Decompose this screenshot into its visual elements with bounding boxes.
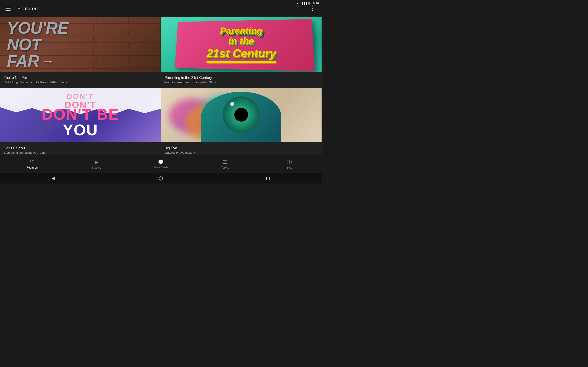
card-parenting[interactable]: Parenting in the 21st Century Parenting … bbox=[161, 17, 321, 88]
eye-highlight bbox=[230, 102, 234, 106]
card-4-title: Big Eye bbox=[164, 146, 318, 150]
you-main-text: YOU bbox=[63, 122, 98, 138]
info-icon: ⓘ bbox=[287, 159, 292, 166]
graffiti-arrow: → bbox=[40, 54, 54, 68]
app-title: Featured bbox=[17, 6, 308, 12]
hamburger-line-3 bbox=[6, 10, 10, 10]
featured-icon: ♡ bbox=[30, 159, 35, 165]
recent-icon bbox=[266, 177, 270, 180]
graffiti-line-3: FAR → bbox=[7, 53, 54, 69]
content-grid: YOU'RE NOT FAR → You're Not Far Rethinki… bbox=[0, 17, 321, 158]
dont-be-main-text: DON'T BE bbox=[42, 106, 119, 122]
studies-label: Studies bbox=[92, 166, 101, 169]
app-bar: Featured bbox=[0, 0, 321, 17]
parenting-text-line2: in the bbox=[207, 36, 276, 47]
recent-apps-button[interactable] bbox=[263, 174, 273, 183]
nav-item-studies[interactable]: ▶ Studies bbox=[83, 157, 110, 171]
card-2-title: Parenting in the 21st Century bbox=[164, 76, 318, 80]
dont-be-bg: DON'T DON'T DON'T BE YOU bbox=[0, 88, 161, 142]
graffiti-line-1: YOU'RE bbox=[7, 20, 68, 36]
menu-button[interactable] bbox=[4, 4, 14, 14]
card-youre-not-far[interactable]: YOU'RE NOT FAR → You're Not Far Rethinki… bbox=[0, 17, 161, 88]
dont-text-small: DON'T bbox=[67, 92, 94, 101]
parenting-text-line3: 21st Century bbox=[207, 47, 276, 60]
card-3-subtitle: Stop being something you're not bbox=[4, 151, 157, 154]
nav-item-info[interactable]: ⓘ Info bbox=[276, 157, 303, 172]
eye-shape bbox=[201, 92, 281, 142]
status-bar: ▾▾ ▐▐▐ ▮ 10:26 bbox=[297, 0, 321, 6]
studies-icon: ▶ bbox=[95, 159, 99, 165]
topics-label: Topics bbox=[221, 166, 229, 169]
featured-label: Featured bbox=[27, 166, 38, 169]
story-cards-icon: 💬 bbox=[158, 159, 164, 165]
home-button[interactable] bbox=[156, 174, 165, 183]
card-4-image bbox=[161, 88, 321, 142]
dot-1 bbox=[312, 6, 313, 7]
parenting-title-block: Parenting in the 21st Century bbox=[207, 26, 276, 63]
info-label: Info bbox=[287, 167, 292, 170]
story-cards-label: Story Cards bbox=[153, 166, 168, 169]
bottom-navigation: ♡ Featured ▶ Studies 💬 Story Cards ☰ Top… bbox=[0, 155, 321, 173]
parenting-underline bbox=[207, 61, 276, 63]
back-button[interactable] bbox=[49, 174, 58, 183]
back-icon bbox=[52, 176, 55, 181]
topics-icon: ☰ bbox=[223, 159, 227, 165]
card-2-image: Parenting in the 21st Century bbox=[161, 17, 321, 72]
card-2-subtitle: Want to raise great kids? • 4-Part Study bbox=[164, 81, 318, 84]
eye-outer bbox=[201, 92, 281, 142]
card-1-info: You're Not Far Rethinking Religion and I… bbox=[0, 72, 161, 88]
graffiti-overlay: YOU'RE NOT FAR → bbox=[0, 17, 161, 72]
eye-pupil bbox=[234, 108, 248, 122]
hamburger-line-1 bbox=[6, 7, 10, 7]
time-display: 10:26 bbox=[311, 2, 319, 5]
graffiti-far-text: FAR bbox=[7, 53, 39, 69]
card-eye-artwork[interactable]: Big Eye Watercolor eye artwork bbox=[161, 88, 321, 158]
nav-item-featured[interactable]: ♡ Featured bbox=[18, 157, 46, 171]
card-1-subtitle: Rethinking Religion and Its Rules • 8-Pa… bbox=[4, 81, 157, 84]
nav-item-topics[interactable]: ☰ Topics bbox=[211, 157, 239, 171]
card-3-image: DON'T DON'T DON'T BE YOU bbox=[0, 88, 161, 142]
system-navigation-bar bbox=[0, 173, 321, 184]
card-dont-be[interactable]: DON'T DON'T DON'T BE YOU Don't Be You St… bbox=[0, 88, 161, 158]
dot-3 bbox=[312, 10, 313, 11]
home-icon bbox=[159, 176, 163, 181]
dot-2 bbox=[312, 8, 313, 9]
nav-item-story-cards[interactable]: 💬 Story Cards bbox=[147, 158, 174, 171]
card-3-title: Don't Be You bbox=[4, 146, 157, 150]
signal-icon: ▐▐▐ bbox=[301, 2, 307, 5]
card-4-subtitle: Watercolor eye artwork bbox=[164, 151, 318, 154]
card-1-image: YOU'RE NOT FAR → bbox=[0, 17, 161, 72]
graffiti-line-2: NOT bbox=[7, 36, 41, 53]
eye-iris bbox=[223, 96, 259, 133]
card-1-title: You're Not Far bbox=[4, 76, 157, 80]
eye-artwork-bg bbox=[161, 88, 321, 142]
brick-wall-bg: YOU'RE NOT FAR → bbox=[0, 17, 161, 72]
card-2-info: Parenting in the 21st Century Want to ra… bbox=[161, 72, 321, 88]
parenting-text-line1: Parenting bbox=[207, 26, 276, 36]
hamburger-line-2 bbox=[6, 8, 10, 9]
parenting-bg: Parenting in the 21st Century bbox=[161, 17, 321, 72]
wifi-icon: ▾▾ bbox=[297, 2, 300, 5]
battery-icon: ▮ bbox=[308, 2, 310, 5]
